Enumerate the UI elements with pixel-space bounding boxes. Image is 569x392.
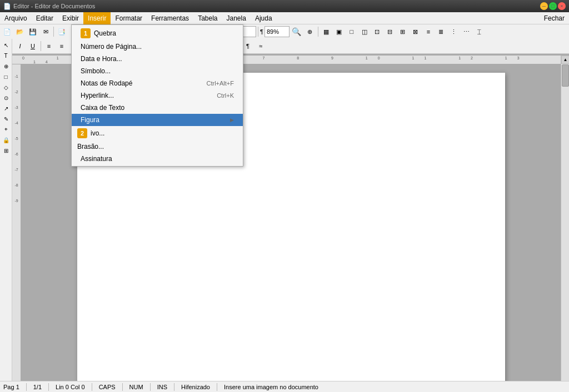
insert-tb-btn11[interactable]: ⋯ [461,26,473,38]
insert-tb-btn8[interactable]: ≡ [422,26,435,38]
insert-tb-btn2[interactable]: □ [346,26,358,38]
status-sep-6 [174,383,174,391]
insert-tb-btn9[interactable]: ≣ [435,26,447,38]
sidebar-tool-9[interactable]: ⌖ [1,124,11,134]
ruler-left: -1-2-3-4-5 -6-7-8-9 [12,64,21,381]
title-text: Editor - Editor de Documentos [13,3,95,9]
align-center-button[interactable]: ≡ [56,40,68,52]
title-bar: 📄 Editor - Editor de Documentos ─ □ × [0,0,569,12]
close-button[interactable]: × [558,2,566,10]
dd-item-arquivo-sub[interactable]: 2 ivo... [72,126,243,140]
left-sidebar: ↖ T ⊕ □ ◇ ⊙ ↗ ✎ ⌖ 🔒 ⊞ [0,39,12,381]
dd-item-brasao[interactable]: Brasão... [72,140,243,153]
sidebar-tool-6[interactable]: ⊙ [1,93,11,103]
sidebar-tool-1[interactable]: ↖ [1,40,11,50]
menu-editar[interactable]: Editar [32,12,58,24]
sep6 [41,41,41,51]
dd-item-simbolo[interactable]: Símbolo... [72,65,243,77]
insert-tb-btn4[interactable]: ⊡ [371,26,383,38]
menu-fechar[interactable]: Fechar [540,12,569,24]
sidebar-tool-4[interactable]: □ [1,72,11,82]
step-badge-1: 1 [81,28,91,38]
sidebar-tool-7[interactable]: ↗ [1,103,11,113]
status-page: Pag 1 [3,384,19,390]
status-sep-2 [48,383,49,391]
scroll-up-arrow[interactable]: ▲ [561,56,569,64]
sidebar-tool-8[interactable]: ✎ [1,114,11,124]
save-button[interactable]: 💾 [27,26,39,38]
dropdown-menu: 1 Quebra Número de Página... Data e Hora… [71,24,243,167]
status-sep-1 [26,383,27,391]
menu-janela[interactable]: Janela [222,12,251,24]
zoom-out-button[interactable]: 🔍 [291,26,303,38]
ruler-left-marks: -1-2-3-4-5 -6-7-8-9 [14,69,18,209]
menu-bar: Arquivo Editar Exibir Inserir Formatar F… [0,12,569,24]
pdf-button[interactable]: 📑 [56,26,68,38]
status-page-ratio: 1/1 [33,384,42,390]
insert-tb-btn6[interactable]: ⊞ [397,26,409,38]
insert-tb-btn3[interactable]: ◫ [358,26,371,38]
sep4 [258,27,258,37]
dd-item-assinatura[interactable]: Assinatura [72,153,243,165]
minimize-button[interactable]: ─ [540,2,548,10]
format-btn3[interactable]: ≈ [254,40,267,52]
insert-tb-btn5[interactable]: ⊟ [384,26,396,38]
scroll-thumb[interactable] [562,64,569,87]
sidebar-tool-2[interactable]: T [1,51,11,61]
scrollbar-right[interactable]: ▲ [561,56,569,381]
sep5 [318,27,318,37]
sidebar-tool-5[interactable]: ◇ [1,82,11,92]
insert-tb-btn10[interactable]: ⋮ [448,26,460,38]
menu-inserir[interactable]: Inserir [83,12,111,24]
table-button[interactable]: ▦ [320,26,332,38]
status-bar: Pag 1 1/1 Lin 0 Col 0 CAPS NUM INS Hifen… [0,381,569,392]
menu-formatar[interactable]: Formatar [111,12,147,24]
menu-tabela[interactable]: Tabela [193,12,222,24]
sep1 [53,27,54,37]
align-left-button[interactable]: ≡ [43,40,55,52]
status-sep-7 [217,383,217,391]
email-button[interactable]: ✉ [39,26,52,38]
dd-item-quebra[interactable]: 1 Quebra [72,26,243,41]
menu-ferramentas[interactable]: Ferramentas [147,12,193,24]
status-hyphen: Hifenizado [181,384,210,390]
format-btn2[interactable]: ¶ [242,40,254,52]
insert-tb-btn1[interactable]: ▣ [333,26,345,38]
app-icon: 📄 [3,3,11,10]
status-sep-5 [150,383,151,391]
sidebar-tool-11[interactable]: ⊞ [1,145,11,155]
status-sep-3 [92,383,92,391]
dd-item-figura[interactable]: Figura [72,114,243,126]
dd-item-data-hora[interactable]: Data e Hora... [72,53,243,65]
menu-exibir[interactable]: Exibir [58,12,83,24]
open-button[interactable]: 📂 [14,26,26,38]
zoom-input[interactable] [264,26,290,37]
status-hint: Insere uma imagem no documento [224,384,318,390]
dd-item-notas-rodape[interactable]: Notas de Rodapé Ctrl+Alt+F [72,77,243,89]
status-num: NUM [129,384,143,390]
insert-tb-btn7[interactable]: ⊠ [410,26,422,38]
italic-button[interactable]: I [14,40,26,52]
menu-ajuda[interactable]: Ajuda [251,12,277,24]
status-ins: INS [157,384,167,390]
menu-arquivo[interactable]: Arquivo [0,12,32,24]
insert-tb-btn12[interactable]: ⌶ [473,26,486,38]
underline-button[interactable]: U [27,40,39,52]
status-position: Lin 0 Col 0 [56,384,85,390]
status-sep-4 [122,383,123,391]
step-badge-2: 2 [77,128,87,138]
zoom-label: ¶ [260,28,263,35]
dd-item-hyperlink[interactable]: Hyperlink... Ctrl+K [72,89,243,102]
dd-item-numero-pagina[interactable]: Número de Página... [72,41,243,53]
dd-item-caixa-texto[interactable]: Caixa de Texto [72,102,243,114]
zoom-in-button[interactable]: ⊕ [304,26,316,38]
status-caps: CAPS [99,384,116,390]
maximize-button[interactable]: □ [549,2,557,10]
sidebar-tool-3[interactable]: ⊕ [1,61,11,71]
new-button[interactable]: 📄 [1,26,13,38]
sidebar-tool-10[interactable]: 🔒 [1,135,11,145]
